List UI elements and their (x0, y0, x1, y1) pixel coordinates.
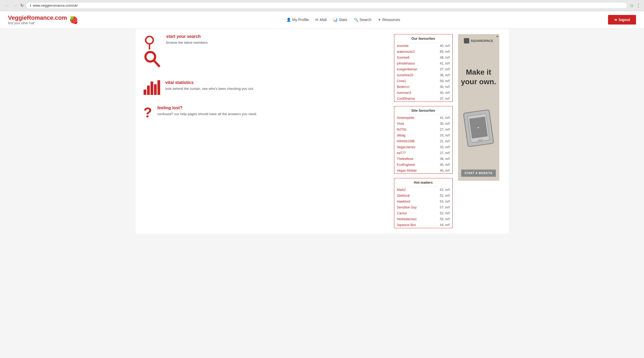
logout-button[interactable]: ➜ logout (608, 15, 636, 25)
member-username[interactable]: Crow1 (397, 79, 406, 83)
stats-feature-title: vital statistics (165, 80, 254, 85)
site-header: VeggieRomance.com find your other half 🍓… (0, 11, 644, 29)
logo-area[interactable]: VeggieRomance.com find your other half 🍓 (8, 14, 78, 25)
member-username[interactable]: Squeeze Box (397, 223, 416, 227)
list-item: Herbedacious53, m/f (394, 216, 452, 222)
list-item: VeganJames33, m/f (394, 144, 452, 150)
member-info: 33, m/f (440, 134, 450, 137)
logo-strawberry-icon: 🍓 (69, 15, 78, 24)
member-username[interactable]: Theleaflove (397, 157, 414, 161)
menu-button[interactable]: ⋮ (636, 3, 641, 9)
member-username[interactable]: Sensitive Guy (397, 206, 417, 209)
chart-bar-5 (157, 80, 160, 95)
member-username[interactable]: CoolDharma (397, 97, 415, 100)
member-info: 36, m/f (440, 73, 450, 77)
member-username[interactable]: MJT91 (397, 128, 407, 131)
member-username[interactable]: Sunrise6 (397, 56, 410, 59)
search-svg-icon (144, 50, 161, 69)
list-item: sunshine2036, m/f (394, 72, 452, 78)
member-info: 40, m/f (440, 91, 450, 95)
address-bar[interactable]: ℹ www.veggieromance.com/uk/ (26, 2, 627, 9)
search-feature-title: start your search (166, 34, 208, 39)
member-username[interactable]: Vegan Athlete (397, 169, 417, 172)
star-button[interactable]: ☆ (630, 3, 634, 9)
ad-device-image: ▶ (463, 109, 494, 147)
right-sidebar: Our favourites envoisie40, m/fwatermusic… (394, 34, 453, 228)
member-username[interactable]: Birderccl (397, 85, 410, 89)
nav-mail[interactable]: ✉ Mail (315, 18, 327, 22)
squarespace-logo: SQUARESPACE (464, 38, 493, 43)
member-info: 52, m/f (440, 211, 450, 215)
member-username[interactable]: EcoEngineer (397, 163, 415, 167)
member-username[interactable]: Hawklord (397, 200, 410, 203)
member-info: 30, m/f (440, 85, 450, 89)
site-favourites-box: Site favourites Greenophile41, m/fVivid3… (394, 106, 453, 174)
member-username[interactable]: watermusic2 (397, 50, 415, 54)
member-info: 37, m/f (440, 97, 450, 100)
nav-search[interactable]: 🔍 Search (354, 18, 371, 22)
list-item: Squeeze Box44, m/f (394, 222, 452, 228)
member-info: 53, m/f (440, 200, 450, 203)
ad-cta-button[interactable]: START A WEBSITE (461, 170, 496, 177)
list-item: dilbag33, m/f (394, 132, 452, 138)
forward-button[interactable]: → (12, 3, 19, 9)
member-info: 27, m/f (440, 151, 450, 155)
our-favourites-header: Our favourites (394, 34, 452, 43)
help-feature-text: feeling lost? confused? our help pages s… (157, 106, 257, 117)
reload-button[interactable]: ↻ (20, 3, 24, 9)
member-username[interactable]: dilbag (397, 134, 406, 137)
squarespace-name: SQUARESPACE (471, 39, 493, 42)
member-username[interactable]: Cactus (397, 211, 407, 215)
list-item: Greenophile41, m/f (394, 115, 452, 121)
list-item: EcoEngineer40, m/f (394, 162, 452, 168)
member-info: 62, m/f (440, 188, 450, 192)
member-username[interactable]: Herbedacious (397, 217, 417, 221)
member-username[interactable]: Vivid (397, 122, 404, 126)
member-info: 53, m/f (440, 217, 450, 221)
member-info: 37, m/f (440, 67, 450, 71)
nav-mail-label: Mail (320, 18, 327, 22)
list-item: Hawklord53, m/f (394, 199, 452, 204)
back-button[interactable]: ← (3, 3, 11, 9)
stats-feature-text: vital statistics look behind the curtain… (165, 80, 254, 91)
list-item: ed77727, m/f (394, 150, 452, 156)
member-username[interactable]: johndehaura (397, 62, 415, 65)
member-info: 36, m/f (440, 157, 450, 161)
member-username[interactable]: hhhhhh1996 (397, 139, 415, 143)
member-info: 59, m/f (440, 79, 450, 83)
list-item: watermusic265, m/f (394, 49, 452, 55)
nav-my-profile[interactable]: 👤 My Profile (286, 18, 309, 22)
list-item: envoisie40, m/f (394, 43, 452, 49)
list-item: Sensitive Guy57, m/f (394, 204, 452, 210)
list-item: hhhhhh199621, m/f (394, 138, 452, 144)
squarespace-ad: ▶ SQUARESPACE Make it your own. ▶ START … (458, 34, 499, 181)
nav-resources[interactable]: ✈ Resources (378, 18, 400, 22)
member-info: 30, m/f (440, 122, 450, 126)
our-favourites-list: envoisie40, m/fwatermusic265, m/fSunrise… (394, 43, 452, 102)
nav-search-label: Search (360, 18, 371, 22)
logo-main-text: VeggieRomance.com (8, 14, 67, 21)
hot-mailers-header: Hot mailers (394, 178, 452, 187)
member-username[interactable]: VeganJames (397, 145, 415, 149)
member-username[interactable]: sunshine20 (397, 73, 413, 77)
nav-my-profile-label: My Profile (292, 18, 309, 22)
member-username[interactable]: Greenophile (397, 116, 414, 120)
svg-line-1 (154, 60, 159, 66)
member-info: 41, m/f (440, 62, 450, 65)
member-username[interactable]: riverman3 (397, 91, 411, 95)
member-info: 27, m/f (440, 128, 450, 131)
url-text: www.veggieromance.com/uk/ (33, 3, 78, 7)
lock-icon: ℹ (30, 4, 31, 7)
member-username[interactable]: 2bethical (397, 194, 410, 198)
nav-resources-label: Resources (382, 18, 400, 22)
list-item: 2bethical52, m/f (394, 193, 452, 199)
member-username[interactable]: ed777 (397, 151, 406, 155)
squarespace-icon (464, 38, 469, 43)
member-username[interactable]: Mark2 (397, 188, 406, 192)
member-username[interactable]: envoisie (397, 44, 409, 48)
search-feature-description: browse the latest members (166, 40, 208, 45)
member-username[interactable]: truegentleman (397, 67, 418, 71)
search-feature-text: start your search browse the latest memb… (166, 34, 208, 45)
member-info: 57, m/f (440, 206, 450, 209)
nav-stats[interactable]: 📊 Stats (333, 18, 347, 22)
